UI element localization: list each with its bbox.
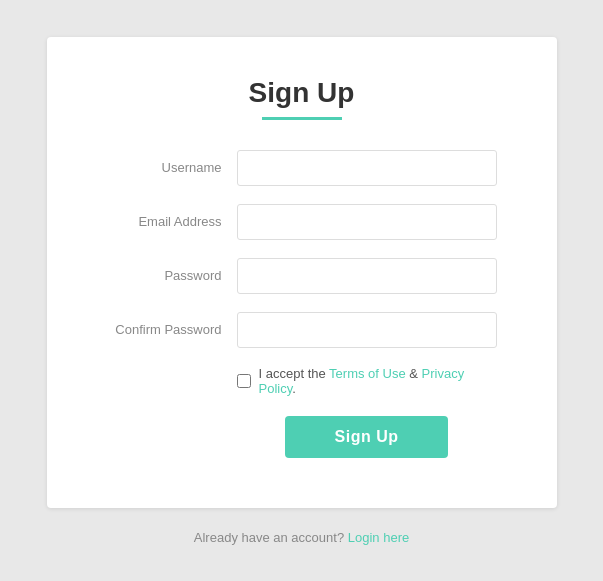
title-section: Sign Up: [107, 77, 497, 120]
terms-text: I accept the Terms of Use & Privacy Poli…: [259, 366, 497, 396]
confirm-password-label: Confirm Password: [107, 322, 237, 337]
email-label: Email Address: [107, 214, 237, 229]
confirm-password-input[interactable]: [237, 312, 497, 348]
title-underline: [262, 117, 342, 120]
username-label: Username: [107, 160, 237, 175]
terms-checkbox[interactable]: [237, 374, 251, 388]
email-input[interactable]: [237, 204, 497, 240]
signup-button[interactable]: Sign Up: [285, 416, 449, 458]
password-input[interactable]: [237, 258, 497, 294]
terms-of-use-link[interactable]: Terms of Use: [329, 366, 406, 381]
submit-row: Sign Up: [237, 416, 497, 458]
email-row: Email Address: [107, 204, 497, 240]
terms-row: I accept the Terms of Use & Privacy Poli…: [237, 366, 497, 396]
page-title: Sign Up: [107, 77, 497, 109]
login-link[interactable]: Login here: [348, 530, 409, 545]
password-label: Password: [107, 268, 237, 283]
signup-form: Username Email Address Password Confirm …: [107, 150, 497, 458]
username-input[interactable]: [237, 150, 497, 186]
terms-suffix: .: [292, 381, 296, 396]
already-text: Already have an account?: [194, 530, 344, 545]
username-row: Username: [107, 150, 497, 186]
password-row: Password: [107, 258, 497, 294]
confirm-password-row: Confirm Password: [107, 312, 497, 348]
signup-card: Sign Up Username Email Address Password …: [47, 37, 557, 508]
terms-ampersand: &: [409, 366, 421, 381]
login-section: Already have an account? Login here: [194, 530, 409, 545]
terms-prefix: I accept the: [259, 366, 326, 381]
